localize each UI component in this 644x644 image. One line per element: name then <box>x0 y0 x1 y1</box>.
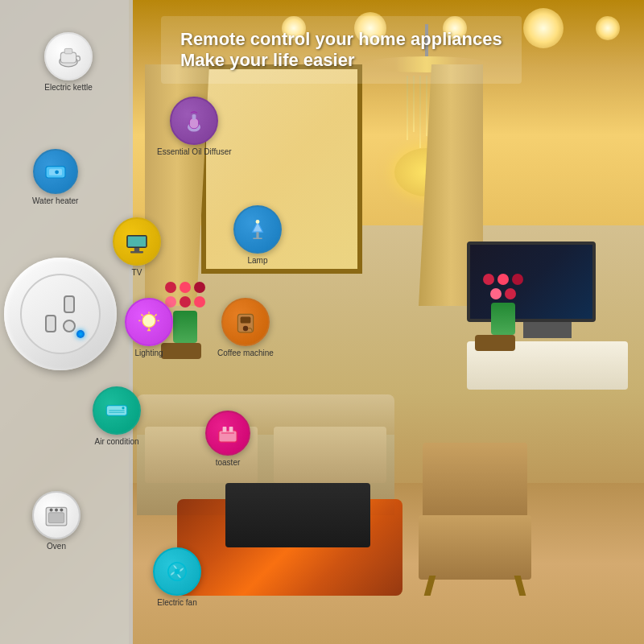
svg-line-19 <box>155 314 156 316</box>
header-line1: Remote control your home appliances <box>180 29 502 50</box>
icon-label-air-condition: Air condition <box>94 437 138 446</box>
plug-led <box>76 330 85 338</box>
svg-rect-5 <box>192 114 196 119</box>
svg-point-8 <box>55 170 59 174</box>
icon-lamp[interactable]: Lamp <box>233 205 282 265</box>
plug-slot-ground <box>63 320 76 332</box>
icon-label-oven: Oven <box>47 542 66 551</box>
svg-point-39 <box>175 569 180 574</box>
header-overlay: Remote control your home appliances Make… <box>161 16 522 84</box>
smart-plug <box>4 258 117 370</box>
window <box>201 64 362 274</box>
plug-slot-left <box>45 315 56 332</box>
icon-label-lighting: Lighting <box>134 349 163 357</box>
icon-circle-essential-oil <box>170 97 218 145</box>
svg-rect-30 <box>223 427 227 431</box>
svg-rect-2 <box>64 48 72 53</box>
icon-tv[interactable]: TV <box>113 217 161 277</box>
svg-rect-23 <box>241 317 251 324</box>
icon-label-toaster: toaster <box>216 458 241 467</box>
icon-coffee-machine[interactable]: Coffee machine <box>217 298 274 357</box>
icon-label-coffee-machine: Coffee machine <box>217 349 274 357</box>
svg-rect-13 <box>256 232 258 238</box>
svg-point-28 <box>122 407 124 409</box>
icon-circle-electric-kettle <box>44 32 93 80</box>
icon-circle-toaster <box>205 411 250 456</box>
icon-water-heater[interactable]: Water heater <box>32 149 78 205</box>
icon-label-essential-oil: Essential Oil Diffuser <box>157 147 232 156</box>
icon-lighting[interactable]: Lighting <box>125 298 173 357</box>
chair <box>402 435 547 580</box>
header-line2: Make your life easier <box>180 50 502 71</box>
svg-rect-29 <box>219 431 237 442</box>
svg-point-35 <box>50 509 53 512</box>
icon-oven[interactable]: Oven <box>32 491 80 551</box>
icon-circle-water-heater <box>33 149 78 194</box>
plug-slot-right <box>64 295 75 313</box>
svg-point-36 <box>55 509 58 512</box>
icon-label-electric-kettle: Electric kettle <box>44 83 92 92</box>
icon-electric-fan[interactable]: Electric fan <box>153 547 201 607</box>
svg-point-37 <box>60 509 63 512</box>
icon-label-tv: TV <box>132 268 142 277</box>
icon-toaster[interactable]: toaster <box>205 411 250 467</box>
icon-circle-coffee-machine <box>221 298 270 346</box>
icon-circle-electric-fan <box>153 547 201 596</box>
icon-label-lamp: Lamp <box>247 256 267 265</box>
icon-essential-oil[interactable]: Essential Oil Diffuser <box>157 97 232 156</box>
svg-point-24 <box>243 326 248 331</box>
icon-circle-lighting <box>125 298 173 346</box>
icon-label-electric-fan: Electric fan <box>157 598 196 607</box>
svg-point-14 <box>256 220 260 224</box>
svg-line-18 <box>141 314 142 316</box>
coffee-table <box>225 483 370 547</box>
icon-circle-air-condition <box>93 386 141 435</box>
icon-label-water-heater: Water heater <box>32 196 78 205</box>
icon-air-condition[interactable]: Air condition <box>93 386 141 446</box>
svg-point-16 <box>142 314 155 327</box>
ceiling-light-5 <box>596 16 620 40</box>
icon-electric-kettle[interactable]: Electric kettle <box>44 32 93 92</box>
svg-rect-34 <box>48 513 64 523</box>
icon-circle-lamp <box>233 205 282 254</box>
ceiling-light-4 <box>523 8 564 48</box>
svg-rect-12 <box>130 251 143 253</box>
svg-rect-31 <box>229 427 233 431</box>
svg-rect-11 <box>134 248 139 251</box>
flowers-right <box>475 274 531 346</box>
icon-circle-tv <box>113 217 161 266</box>
svg-rect-4 <box>190 118 199 129</box>
svg-rect-10 <box>128 237 146 247</box>
icon-circle-oven <box>32 491 80 539</box>
